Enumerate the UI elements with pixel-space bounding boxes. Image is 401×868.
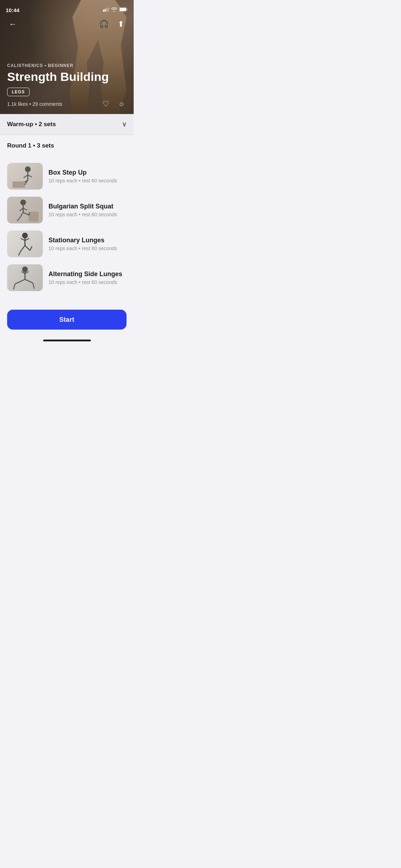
svg-line-27 — [21, 246, 25, 251]
status-icons — [103, 7, 128, 13]
exercise-detail: 10 reps each • rest 60 seconds — [48, 212, 127, 217]
exercise-thumbnail — [7, 163, 43, 190]
svg-line-29 — [25, 246, 30, 250]
comment-button[interactable]: ○ — [117, 99, 127, 109]
chevron-down-icon: ∨ — [122, 120, 127, 128]
svg-rect-1 — [105, 9, 106, 12]
tag-badge: LEGS — [7, 88, 30, 96]
like-button[interactable]: ♡ — [101, 99, 111, 109]
svg-point-15 — [20, 200, 26, 205]
exercise-info: Alternating Side Lunges 10 reps each • r… — [48, 270, 127, 285]
exercise-detail: 10 reps each • rest 60 seconds — [48, 246, 127, 251]
svg-line-36 — [14, 284, 15, 289]
signal-icon — [103, 7, 109, 13]
svg-line-26 — [25, 238, 29, 241]
home-indicator — [0, 337, 134, 347]
exercise-info: Bulgarian Split Squat 10 reps each • res… — [48, 203, 127, 217]
battery-icon — [119, 7, 128, 13]
round-section: Round 1 • 3 sets — [0, 135, 134, 159]
exercise-thumbnail — [7, 231, 43, 257]
share-icon: ⬆ — [118, 20, 124, 29]
status-time: 10:44 — [6, 7, 19, 13]
exercise-info: Box Step Up 10 reps each • rest 60 secon… — [48, 169, 127, 184]
exercise-name: Bulgarian Split Squat — [48, 203, 127, 210]
hero-footer: 1.1k likes • 29 comments ♡ ○ — [7, 99, 127, 109]
comment-icon: ○ — [119, 99, 124, 109]
svg-line-18 — [23, 208, 27, 210]
exercise-name: Alternating Side Lunges — [48, 270, 127, 278]
bulgarian-split-squat-image — [7, 197, 43, 223]
svg-line-25 — [21, 238, 25, 241]
hero-action-buttons: 🎧 ⬆ — [98, 19, 127, 30]
exercise-detail: 10 reps each • rest 60 seconds — [48, 178, 127, 184]
warmup-label: Warm-up • 2 sets — [7, 121, 56, 128]
warmup-section[interactable]: Warm-up • 2 sets ∨ — [0, 114, 134, 135]
svg-line-9 — [24, 175, 28, 178]
stationary-lunges-image — [7, 231, 43, 257]
exercise-item[interactable]: Stationary Lunges 10 reps each • rest 60… — [7, 227, 127, 261]
exercise-item[interactable]: Bulgarian Split Squat 10 reps each • res… — [7, 193, 127, 227]
start-button-container: Start — [0, 305, 134, 337]
hero-social-buttons: ♡ ○ — [101, 99, 127, 109]
svg-line-35 — [15, 279, 25, 284]
back-button[interactable]: ← — [7, 19, 19, 30]
svg-line-28 — [19, 251, 21, 255]
svg-rect-3 — [108, 7, 109, 12]
svg-point-23 — [22, 233, 28, 238]
exercise-name: Box Step Up — [48, 169, 127, 176]
exercise-list: Box Step Up 10 reps each • rest 60 secon… — [0, 159, 134, 295]
svg-line-38 — [33, 283, 34, 289]
hero-title: Strength Building — [7, 70, 127, 83]
status-bar: 10:44 — [0, 0, 134, 16]
share-button[interactable]: ⬆ — [115, 19, 127, 30]
heart-icon: ♡ — [102, 99, 109, 109]
svg-line-21 — [23, 212, 29, 215]
hero-section: ← 🎧 ⬆ CALISTHENICS • BEGINNER Strength B… — [0, 0, 134, 114]
headphones-icon: 🎧 — [99, 20, 109, 29]
exercise-thumbnail — [7, 197, 43, 223]
svg-line-20 — [17, 218, 20, 221]
hero-stats: 1.1k likes • 29 comments — [7, 101, 62, 107]
hero-category: CALISTHENICS • BEGINNER — [7, 63, 127, 68]
home-bar — [43, 340, 91, 341]
start-button[interactable]: Start — [7, 310, 127, 330]
svg-rect-6 — [12, 181, 25, 188]
svg-rect-5 — [120, 8, 126, 11]
round-label: Round 1 • 3 sets — [7, 142, 127, 149]
back-arrow-icon: ← — [9, 20, 17, 29]
likes-count: 1.1k likes — [7, 101, 28, 107]
svg-line-10 — [28, 175, 32, 177]
svg-line-37 — [25, 279, 33, 283]
comments-count: 29 comments — [32, 101, 62, 107]
exercise-detail: 10 reps each • rest 60 seconds — [48, 279, 127, 285]
svg-point-7 — [25, 166, 31, 172]
svg-point-31 — [22, 267, 28, 272]
stats-separator: • — [29, 101, 32, 107]
box-step-up-image — [7, 163, 43, 190]
exercise-item[interactable]: Alternating Side Lunges 10 reps each • r… — [7, 261, 127, 295]
wifi-icon — [111, 7, 117, 13]
hero-nav: ← 🎧 ⬆ — [0, 16, 134, 33]
exercise-name: Stationary Lunges — [48, 237, 127, 244]
alternating-side-lunges-image — [7, 264, 43, 291]
svg-rect-14 — [29, 212, 38, 222]
headphones-button[interactable]: 🎧 — [98, 19, 109, 30]
exercise-item[interactable]: Box Step Up 10 reps each • rest 60 secon… — [7, 159, 127, 193]
exercise-thumbnail — [7, 264, 43, 291]
hero-content: CALISTHENICS • BEGINNER Strength Buildin… — [7, 63, 127, 96]
bottom-spacer — [0, 295, 134, 305]
exercise-info: Stationary Lunges 10 reps each • rest 60… — [48, 237, 127, 251]
svg-line-19 — [20, 212, 23, 218]
svg-rect-2 — [106, 8, 107, 12]
svg-line-30 — [30, 246, 32, 250]
svg-rect-0 — [103, 10, 104, 12]
